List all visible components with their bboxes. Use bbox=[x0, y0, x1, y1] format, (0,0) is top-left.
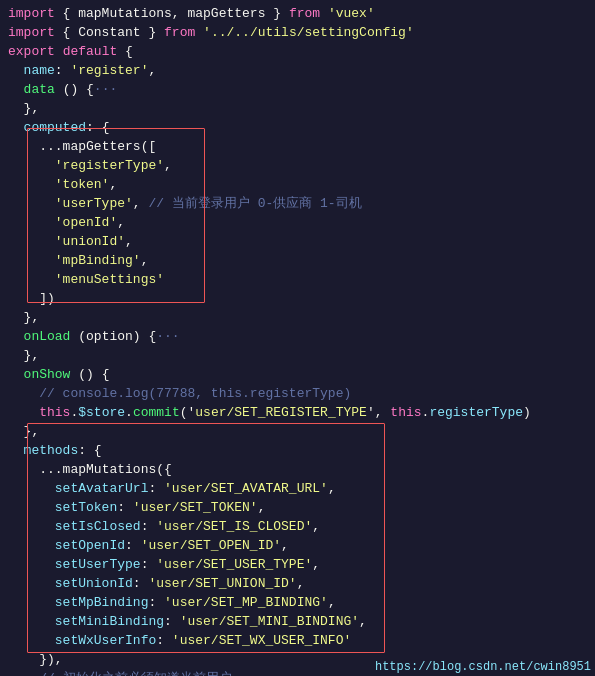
code-line: 'openId', bbox=[8, 213, 587, 232]
code-line: name: 'register', bbox=[8, 61, 587, 80]
code-line: setWxUserInfo: 'user/SET_WX_USER_INFO' bbox=[8, 631, 587, 650]
code-line: setMpBinding: 'user/SET_MP_BINDING', bbox=[8, 593, 587, 612]
code-line: import { Constant } from '../../utils/se… bbox=[8, 23, 587, 42]
code-line: }, bbox=[8, 422, 587, 441]
code-line: }, bbox=[8, 346, 587, 365]
code-line: setMiniBinding: 'user/SET_MINI_BINDING', bbox=[8, 612, 587, 631]
code-line: // console.log(77788, this.registerType) bbox=[8, 384, 587, 403]
code-line: 'menuSettings' bbox=[8, 270, 587, 289]
code-editor: import { mapMutations, mapGetters } from… bbox=[0, 0, 595, 676]
code-line: ...mapGetters([ bbox=[8, 137, 587, 156]
code-line: onLoad (option) {··· bbox=[8, 327, 587, 346]
url-bar: https://blog.csdn.net/cwin8951 bbox=[371, 658, 595, 676]
code-line: setIsClosed: 'user/SET_IS_CLOSED', bbox=[8, 517, 587, 536]
code-line: methods: { bbox=[8, 441, 587, 460]
code-line: ...mapMutations({ bbox=[8, 460, 587, 479]
code-line: onShow () { bbox=[8, 365, 587, 384]
code-line: 'unionId', bbox=[8, 232, 587, 251]
code-line: ]) bbox=[8, 289, 587, 308]
code-line: data () {··· bbox=[8, 80, 587, 99]
code-line: computed: { bbox=[8, 118, 587, 137]
code-line: setOpenId: 'user/SET_OPEN_ID', bbox=[8, 536, 587, 555]
code-line: this.$store.commit('user/SET_REGISTER_TY… bbox=[8, 403, 587, 422]
code-line: 'registerType', bbox=[8, 156, 587, 175]
code-line: 'mpBinding', bbox=[8, 251, 587, 270]
code-line: setUserType: 'user/SET_USER_TYPE', bbox=[8, 555, 587, 574]
code-line: setUnionId: 'user/SET_UNION_ID', bbox=[8, 574, 587, 593]
code-line: 'token', bbox=[8, 175, 587, 194]
code-line: import { mapMutations, mapGetters } from… bbox=[8, 4, 587, 23]
code-line: setAvatarUrl: 'user/SET_AVATAR_URL', bbox=[8, 479, 587, 498]
code-line: export default { bbox=[8, 42, 587, 61]
code-line: }, bbox=[8, 99, 587, 118]
code-line: setToken: 'user/SET_TOKEN', bbox=[8, 498, 587, 517]
code-line: }, bbox=[8, 308, 587, 327]
code-line: 'userType', // 当前登录用户 0-供应商 1-司机 bbox=[8, 194, 587, 213]
